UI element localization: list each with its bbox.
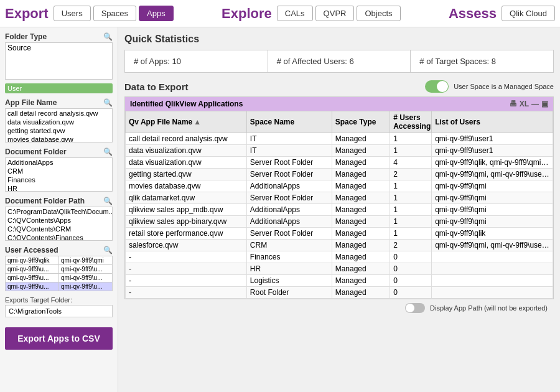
list-item[interactable]: Source [6, 43, 112, 53]
explore-section-label: Explore [222, 6, 272, 22]
document-folder-path-section: Document Folder Path 🔍 C:\ProgramData\Ql… [5, 197, 113, 241]
toggle-container: User Space is a Managed Space [425, 80, 554, 93]
tab-objects[interactable]: Objects [357, 6, 400, 21]
left-panel: Folder Type 🔍 Source User App File Name … [0, 27, 118, 392]
table-row: qlikview sales app-binary.qvwAdditionalA… [126, 216, 553, 228]
list-item[interactable]: C:\ProgramData\QlikTech\Docum... [6, 207, 112, 216]
document-folder-search-icon[interactable]: 🔍 [103, 147, 113, 156]
tab-apps[interactable]: Apps [139, 6, 174, 21]
data-export-title: Data to Export [124, 82, 425, 92]
user-accessed-grid: qmi-qv-9ff9\qlik qmi-qv-9ff9\qmi qmi-qv-… [5, 256, 113, 291]
list-item[interactable]: call detail record analysis.qvw [6, 109, 112, 118]
user-cell[interactable]: qmi-qv-9ff9\u... [6, 265, 58, 273]
cell-app: qlik datamarket.qvw [126, 192, 247, 204]
user-cell[interactable]: qmi-qv-9ff9\qlik [6, 256, 58, 264]
right-panel: Quick Statistics # of Apps: 10 # of Affe… [118, 27, 560, 392]
tab-spaces[interactable]: Spaces [93, 6, 136, 21]
folder-type-list[interactable]: Source [5, 42, 113, 80]
list-item[interactable]: AdditionalApps [6, 158, 112, 167]
cell-users: 1 [390, 228, 432, 240]
cell-users: 1 [390, 192, 432, 204]
toggle-sm-knob [406, 304, 414, 312]
list-item[interactable]: Finances [6, 175, 112, 184]
folder-type-selected[interactable]: User [5, 83, 113, 93]
table-icon-excel[interactable]: XL [520, 100, 529, 108]
exports-target-label: Exports Target Folder: [5, 296, 113, 304]
apps-table: Qv App File Name▲ Space Name Space Type … [125, 111, 553, 299]
export-apps-button[interactable]: Export Apps to CSV [5, 327, 113, 350]
app-file-name-label: App File Name [5, 98, 57, 107]
user-cell[interactable]: qmi-qv-9ff9\u... [6, 274, 58, 282]
cell-type: Managed [332, 204, 390, 216]
document-folder-label: Document Folder [5, 147, 67, 156]
document-folder-list[interactable]: AdditionalApps CRM Finances HR IT [5, 157, 113, 192]
tab-users[interactable]: Users [54, 6, 91, 21]
stat-num-apps: # of Apps: 10 [124, 50, 268, 73]
stat-num-affected: # of Affected Users: 6 [268, 50, 411, 73]
user-cell[interactable]: qmi-qv-9ff9\u... [59, 265, 112, 273]
list-item[interactable]: HR [6, 184, 112, 192]
user-cell[interactable]: qmi-qv-9ff9\u... [59, 274, 112, 282]
cell-app: - [126, 263, 247, 275]
list-item[interactable]: CRM [6, 167, 112, 175]
quick-stats-title: Quick Statistics [124, 34, 554, 45]
cell-list: qmi-qv-9ff9\qlik, qmi-qv-9ff9\qmi, qmi-q… [432, 157, 553, 169]
list-item[interactable]: movies database.qvw [6, 135, 112, 142]
cell-list [432, 275, 553, 287]
col-app-name[interactable]: Qv App File Name▲ [126, 111, 247, 133]
tab-qlik-cloud[interactable]: Qlik Cloud [502, 6, 555, 21]
tab-qvpr[interactable]: QVPR [315, 6, 355, 21]
app-file-list[interactable]: call detail record analysis.qvw data vis… [5, 108, 113, 142]
list-item[interactable]: C:\QVContents\Apps [6, 216, 112, 225]
document-path-list[interactable]: C:\ProgramData\QlikTech\Docum... C:\QVCo… [5, 207, 113, 241]
cell-type: Managed [332, 240, 390, 251]
list-item[interactable]: C:\QVContents\Finances [6, 233, 112, 241]
stats-row: # of Apps: 10 # of Affected Users: 6 # o… [124, 50, 554, 73]
cell-app: data visualization.qvw [126, 145, 247, 157]
cell-app: retail store performance.qvw [126, 228, 247, 240]
cell-app: getting started.qvw [126, 169, 247, 180]
app-file-search-icon[interactable]: 🔍 [103, 98, 113, 107]
table-icon-print[interactable]: 🖶 [510, 100, 517, 108]
cell-list [432, 263, 553, 275]
col-list-users[interactable]: List of Users [432, 111, 553, 133]
display-path-label: Display App Path (will not be exported) [430, 304, 548, 312]
user-accessed-section: User Accessed 🔍 qmi-qv-9ff9\qlik qmi-qv-… [5, 246, 113, 291]
display-path-toggle[interactable] [405, 303, 425, 313]
table-row: movies database.qvwAdditionalAppsManaged… [126, 180, 553, 192]
table-icon-window[interactable]: ▣ [541, 100, 548, 108]
col-space-type[interactable]: Space Type [332, 111, 390, 133]
user-cell[interactable]: qmi-qv-9ff9\qmi [59, 256, 112, 264]
cell-users: 1 [390, 180, 432, 192]
exports-target-input[interactable] [5, 305, 113, 317]
table-container: Identified QlikView Applications 🖶 XL — … [124, 96, 554, 299]
col-users-accessing[interactable]: # UsersAccessing [390, 111, 432, 133]
table-row: retail store performance.qvwServer Root … [126, 228, 553, 240]
table-icon-minimize[interactable]: — [531, 100, 539, 108]
cell-list: qmi-qv-9ff9\qmi, qmi-qv-9ff9\user18 [432, 240, 553, 251]
cell-space: CRM [246, 240, 332, 251]
cell-users: 1 [390, 145, 432, 157]
cell-app: - [126, 287, 247, 299]
col-space-name[interactable]: Space Name [246, 111, 332, 133]
toggle-knob [437, 81, 448, 92]
folder-type-search-icon[interactable]: 🔍 [103, 32, 113, 41]
cell-app: qlikview sales app-binary.qvw [126, 216, 247, 228]
cell-type: Managed [332, 263, 390, 275]
list-item[interactable]: getting started.qvw [6, 126, 112, 135]
managed-space-toggle[interactable] [425, 80, 449, 93]
cell-space: IT [246, 145, 332, 157]
user-cell-selected[interactable]: qmi-qv-9ff9\u... [59, 282, 112, 291]
document-path-search-icon[interactable]: 🔍 [103, 197, 113, 205]
cell-users: 0 [390, 275, 432, 287]
user-accessed-search-icon[interactable]: 🔍 [103, 246, 113, 254]
cell-space: Server Root Folder [246, 157, 332, 169]
list-item[interactable]: C:\QVContents\CRM [6, 225, 112, 233]
cell-app: salesforce.qvw [126, 240, 247, 251]
tab-cals[interactable]: CALs [277, 6, 313, 21]
cell-type: Managed [332, 192, 390, 204]
user-cell-selected[interactable]: qmi-qv-9ff9\u... [6, 282, 58, 291]
cell-type: Managed [332, 133, 390, 145]
list-item[interactable]: data visualization.qvw [6, 118, 112, 126]
document-folder-section: Document Folder 🔍 AdditionalApps CRM Fin… [5, 147, 113, 192]
